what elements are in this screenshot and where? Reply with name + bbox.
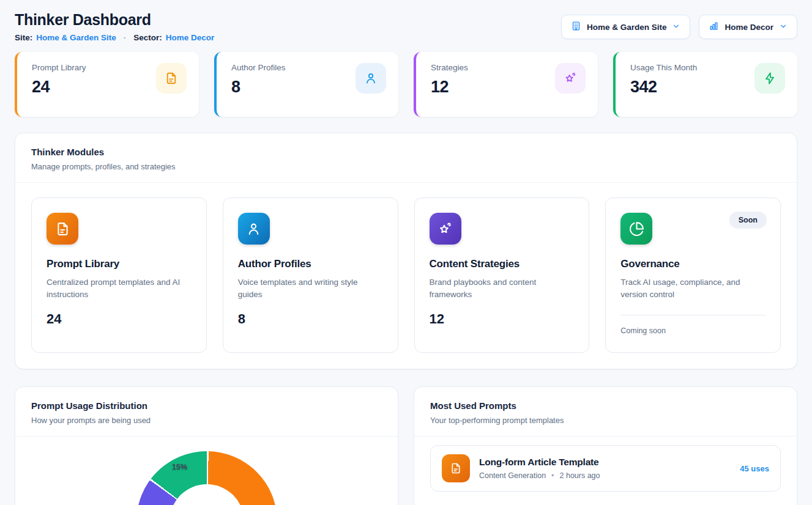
sparkle-star-icon xyxy=(555,63,586,94)
user-icon xyxy=(238,213,270,245)
sector-label: Sector: xyxy=(133,33,162,42)
coming-soon-label: Coming soon xyxy=(620,326,765,335)
bottom-row: Prompt Usage Distribution How your promp… xyxy=(15,386,797,505)
stat-value: 12 xyxy=(431,78,468,97)
pie-chart-icon xyxy=(620,213,652,245)
site-selector-button[interactable]: Home & Garden Site xyxy=(561,15,691,39)
module-card-governance[interactable]: Soon Governance Track AI usage, complian… xyxy=(605,197,781,353)
user-icon xyxy=(356,63,386,94)
module-title: Author Profiles xyxy=(238,258,383,270)
prompt-time: 2 hours ago xyxy=(560,471,600,480)
usage-panel-subtitle: How your prompts are being used xyxy=(31,416,382,425)
module-card-content-strategies[interactable]: Content Strategies Brand playbooks and c… xyxy=(414,197,590,353)
usage-panel-header: Prompt Usage Distribution How your promp… xyxy=(15,387,398,437)
modules-panel-title: Thinker Modules xyxy=(31,147,781,157)
prompt-category: Content Generation xyxy=(479,471,546,480)
prompt-meta: Content Generation • 2 hours ago xyxy=(479,471,731,480)
prompt-uses-count: 45 uses xyxy=(740,464,769,473)
header-left: Thinker Dashboard Site: Home & Garden Si… xyxy=(15,11,214,42)
modules-panel-header: Thinker Modules Manage prompts, profiles… xyxy=(15,133,797,183)
bar-chart-icon xyxy=(709,21,719,33)
sector-selector-button[interactable]: Home Decor xyxy=(699,15,797,39)
module-count: 24 xyxy=(47,311,192,327)
file-text-icon xyxy=(442,454,470,482)
building-icon xyxy=(571,21,581,33)
stat-card-prompt-library: Prompt Library 24 xyxy=(15,52,199,117)
stat-value: 342 xyxy=(630,78,697,97)
module-title: Governance xyxy=(620,258,765,270)
file-text-icon xyxy=(47,213,78,245)
stat-cards-row: Prompt Library 24 Author Profiles 8 Stra… xyxy=(15,52,797,117)
header-selectors: Home & Garden Site Home Decor xyxy=(561,15,797,39)
prompt-usage-panel: Prompt Usage Distribution How your promp… xyxy=(15,386,398,505)
stat-value: 8 xyxy=(231,78,286,97)
stat-card-usage: Usage This Month 342 xyxy=(613,52,797,117)
sector-selector-label: Home Decor xyxy=(724,23,773,32)
site-label: Site: xyxy=(15,33,32,42)
page-header: Thinker Dashboard Site: Home & Garden Si… xyxy=(15,11,797,42)
module-title: Prompt Library xyxy=(47,258,192,270)
module-card-prompt-library[interactable]: Prompt Library Centralized prompt templa… xyxy=(31,197,207,353)
soon-badge: Soon xyxy=(729,212,767,229)
module-count: 12 xyxy=(430,311,575,327)
zap-icon xyxy=(754,63,785,94)
stat-label: Prompt Library xyxy=(32,63,86,72)
modules-grid: Prompt Library Centralized prompt templa… xyxy=(15,183,797,369)
prompt-title: Long-form Article Template xyxy=(479,457,731,468)
site-link[interactable]: Home & Garden Site xyxy=(36,33,116,42)
stat-label: Author Profiles xyxy=(231,63,286,72)
dashboard-page: Thinker Dashboard Site: Home & Garden Si… xyxy=(0,0,812,505)
module-count: 8 xyxy=(238,311,383,327)
prompt-list-item[interactable]: Long-form Article Template Content Gener… xyxy=(430,445,781,492)
donut-chart: 15% xyxy=(136,451,277,505)
chevron-down-icon xyxy=(779,22,788,32)
prompts-panel-subtitle: Your top-performing prompt templates xyxy=(430,416,781,425)
stat-label: Usage This Month xyxy=(630,63,697,72)
donut-chart-area: 15% xyxy=(15,437,398,505)
sparkle-star-icon xyxy=(430,213,461,245)
stat-value: 24 xyxy=(32,78,86,97)
stat-card-author-profiles: Author Profiles 8 xyxy=(214,52,398,117)
module-description: Track AI usage, compliance, and version … xyxy=(620,276,765,301)
sector-link[interactable]: Home Decor xyxy=(166,33,215,42)
breadcrumb: Site: Home & Garden Site · Sector: Home … xyxy=(15,33,214,42)
chevron-down-icon xyxy=(672,22,680,32)
prompts-panel-header: Most Used Prompts Your top-performing pr… xyxy=(414,387,797,437)
usage-panel-title: Prompt Usage Distribution xyxy=(31,400,382,411)
breadcrumb-separator: · xyxy=(120,33,130,42)
prompts-list: Long-form Article Template Content Gener… xyxy=(414,437,797,500)
site-selector-label: Home & Garden Site xyxy=(587,23,667,32)
module-description: Voice templates and writing style guides xyxy=(238,276,383,301)
module-description: Brand playbooks and content frameworks xyxy=(430,276,575,301)
module-divider xyxy=(620,315,765,315)
module-card-author-profiles[interactable]: Author Profiles Voice templates and writ… xyxy=(223,197,398,353)
donut-segment-label: 15% xyxy=(172,463,187,471)
meta-separator: • xyxy=(551,471,554,480)
prompts-panel-title: Most Used Prompts xyxy=(430,400,781,411)
thinker-modules-panel: Thinker Modules Manage prompts, profiles… xyxy=(15,133,797,369)
most-used-prompts-panel: Most Used Prompts Your top-performing pr… xyxy=(414,386,797,505)
stat-label: Strategies xyxy=(431,63,468,72)
module-description: Centralized prompt templates and AI inst… xyxy=(47,276,192,301)
page-title: Thinker Dashboard xyxy=(15,11,214,29)
module-title: Content Strategies xyxy=(430,258,575,270)
modules-panel-subtitle: Manage prompts, profiles, and strategies xyxy=(31,162,781,171)
stat-card-strategies: Strategies 12 xyxy=(414,52,598,117)
file-text-icon xyxy=(156,63,187,94)
